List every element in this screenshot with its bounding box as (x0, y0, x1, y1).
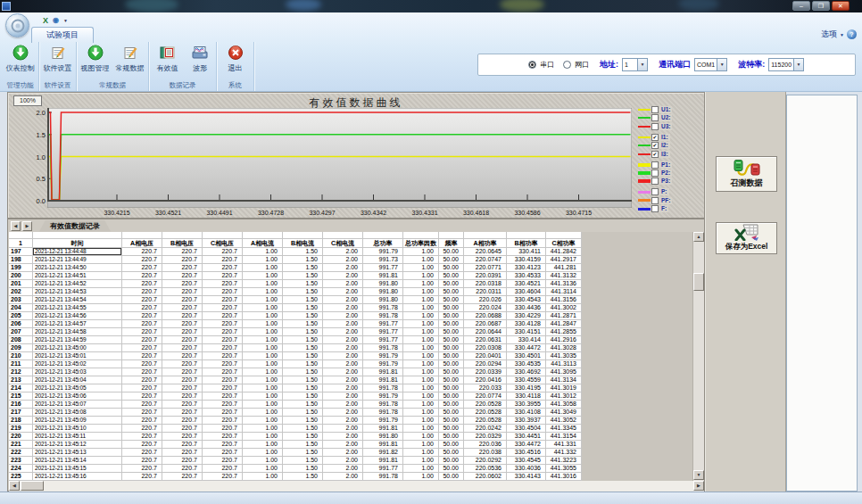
regular-data-button[interactable]: 常规数据 (112, 44, 147, 73)
table-row[interactable]: 2192021-12-21 13:45:10220.7220.7220.71.0… (9, 425, 582, 433)
chart-zoom-level[interactable]: 100% (13, 95, 42, 106)
legend-checkbox[interactable]: ✔ (651, 134, 659, 141)
data-grid[interactable]: 1时间A相电压B相电压C相电压A相电流B相电流C相电流总功率总功率因数频率A相功… (9, 232, 692, 481)
table-row[interactable]: 2002021-12-21 13:44:51220.7220.7220.71.0… (9, 272, 582, 280)
serial-radio[interactable] (528, 61, 536, 69)
table-row[interactable]: 2122021-12-21 13:45:03220.7220.7220.71.0… (9, 368, 582, 376)
address-select[interactable]: 1 ▼ (622, 58, 648, 71)
legend-checkbox[interactable] (651, 123, 659, 130)
options-label[interactable]: 选项 (821, 29, 837, 40)
baud-select[interactable]: 115200 ▼ (768, 58, 804, 71)
table-row[interactable]: 2102021-12-21 13:45:01220.7220.7220.71.0… (9, 352, 582, 360)
minimize-button[interactable]: – (792, 1, 810, 11)
table-row[interactable]: 2202021-12-21 13:45:11220.7220.7220.71.0… (9, 433, 582, 441)
table-row[interactable]: 2012021-12-21 13:44:52220.7220.7220.71.0… (9, 280, 582, 288)
column-header[interactable]: 频率 (439, 239, 464, 248)
table-row[interactable]: 2152021-12-21 13:45:06220.7220.7220.71.0… (9, 392, 582, 401)
legend-checkbox[interactable] (651, 178, 659, 185)
column-header[interactable]: A相电流 (243, 239, 283, 248)
table-row[interactable]: 2142021-12-21 13:45:05220.7220.7220.71.0… (9, 384, 582, 392)
table-row[interactable]: 1992021-12-21 13:44:50220.7220.7220.71.0… (9, 264, 582, 272)
tab-prev-icon[interactable]: ◀ (11, 221, 21, 231)
table-row[interactable]: 2212021-12-21 13:45:12220.7220.7220.71.0… (9, 441, 582, 449)
help-icon[interactable]: ? (847, 29, 857, 39)
dropdown-arrow-icon[interactable]: ▼ (793, 59, 803, 70)
dropdown-arrow-icon[interactable]: ▼ (717, 59, 726, 70)
table-row[interactable]: 2082021-12-21 13:44:59220.7220.7220.71.0… (9, 336, 582, 344)
qat-caret-icon[interactable]: ▼ (63, 18, 68, 23)
table-row[interactable]: 2112021-12-21 13:45:02220.7220.7220.71.0… (9, 360, 582, 368)
table-row[interactable]: 2162021-12-21 13:45:07220.7220.7220.71.0… (9, 401, 582, 409)
exit-button[interactable]: 退出 (218, 44, 253, 73)
column-header[interactable]: B相电压 (162, 239, 203, 248)
legend-checkbox[interactable] (651, 114, 659, 121)
tab-test-project[interactable]: 试验项目 (31, 27, 94, 43)
waveform-button[interactable]: 波形 (185, 44, 215, 73)
dropdown-arrow-icon[interactable]: ▼ (637, 59, 647, 70)
table-row[interactable]: 2042021-12-21 13:44:55220.7220.7220.71.0… (9, 304, 582, 312)
table-row[interactable]: 2022021-12-21 13:44:53220.7220.7220.71.0… (9, 288, 582, 296)
chart-plot-area[interactable] (47, 108, 632, 208)
scroll-up-icon[interactable]: ▲ (693, 232, 704, 242)
table-row[interactable]: 2222021-12-21 13:45:13220.7220.7220.71.0… (9, 449, 582, 457)
ribbon-options[interactable]: 选项 ▼ ? (821, 29, 857, 40)
column-header[interactable]: A相功率 (464, 239, 507, 248)
table-row[interactable]: 2072021-12-21 13:44:58220.7220.7220.71.0… (9, 328, 582, 336)
table-row[interactable]: 2172021-12-21 13:45:08220.7220.7220.71.0… (9, 409, 582, 417)
column-header[interactable]: C相功率 (546, 239, 582, 248)
column-header[interactable]: 总功率 (363, 239, 403, 248)
tab-rms-data-record[interactable]: 有效值数据记录 (39, 220, 111, 232)
legend-checkbox[interactable] (651, 188, 659, 195)
legend-checkbox[interactable]: ✔ (651, 151, 659, 158)
legend-checkbox[interactable] (651, 106, 659, 113)
scroll-down-icon[interactable]: ▼ (693, 470, 704, 480)
app-quick-icon[interactable]: ◉ (53, 16, 59, 25)
column-header[interactable]: 1 (9, 239, 33, 248)
column-header[interactable]: B相电流 (283, 239, 323, 248)
table-row[interactable]: 2252021-12-21 13:45:16220.7220.7220.71.0… (9, 473, 582, 481)
port-select[interactable]: COM1 ▼ (694, 58, 727, 71)
chart-legend: U1:U2:U3:✔I1:✔I2:✔I3:P1:P2:P3:P:PF:F: (638, 106, 704, 214)
column-header[interactable]: C相电流 (323, 239, 363, 248)
excel-quick-icon[interactable]: X (43, 16, 48, 25)
horizontal-scrollbar[interactable]: ◀ ▶ (9, 481, 704, 492)
scroll-left-icon[interactable]: ◀ (9, 481, 20, 491)
save-excel-button[interactable]: 保存为Excel (716, 222, 777, 254)
column-header[interactable]: C相电压 (203, 239, 243, 248)
software-settings-button[interactable]: 软件设置 (40, 44, 75, 73)
application-orb-button[interactable] (5, 13, 29, 37)
table-row[interactable]: 1982021-12-21 13:44:49220.7220.7220.71.0… (9, 256, 582, 264)
table-cell: 991.80 (363, 433, 403, 441)
table-row[interactable]: 2182021-12-21 13:45:09220.7220.7220.71.0… (9, 417, 582, 425)
column-header[interactable]: A相电压 (122, 239, 162, 248)
table-row[interactable]: 2092021-12-21 13:45:00220.7220.7220.71.0… (9, 344, 582, 352)
vertical-scrollbar[interactable]: ▲ ▼ (692, 232, 704, 481)
hscroll-thumb[interactable] (21, 481, 44, 491)
legend-checkbox[interactable] (651, 169, 659, 177)
maximize-button[interactable]: ❐ (812, 1, 830, 11)
table-cell: 220.7 (122, 376, 162, 384)
table-row[interactable]: 2242021-12-21 13:45:15220.7220.7220.71.0… (9, 465, 582, 473)
column-header[interactable]: B相功率 (507, 239, 546, 248)
column-header[interactable]: 总功率因数 (403, 239, 439, 248)
rms-value-button[interactable]: 有效值 (150, 44, 185, 73)
view-management-button[interactable]: 视图管理 (78, 44, 112, 73)
table-row[interactable]: 2052021-12-21 13:44:56220.7220.7220.71.0… (9, 312, 582, 320)
table-row[interactable]: 2062021-12-21 13:44:57220.7220.7220.71.0… (9, 320, 582, 328)
column-header[interactable]: 时间 (33, 239, 122, 248)
tab-next-icon[interactable]: ▶ (22, 221, 32, 231)
table-row[interactable]: 2032021-12-21 13:44:54220.7220.7220.71.0… (9, 296, 582, 304)
legend-checkbox[interactable] (651, 197, 659, 204)
instrument-control-button[interactable]: 仪表控制 (3, 44, 37, 73)
table-row[interactable]: 2132021-12-21 13:45:04220.7220.7220.71.0… (9, 376, 582, 384)
legend-checkbox[interactable] (651, 205, 659, 212)
legend-checkbox[interactable] (651, 161, 659, 169)
vscroll-thumb[interactable] (693, 273, 704, 291)
scroll-right-icon[interactable]: ▶ (693, 481, 704, 491)
legend-checkbox[interactable]: ✔ (651, 142, 659, 149)
fetch-data-button[interactable]: 召测数据 (716, 156, 777, 192)
table-row[interactable]: 1972021-12-21 13:44:48220.7220.7220.71.0… (9, 248, 582, 256)
table-row[interactable]: 2232021-12-21 13:45:14220.7220.7220.71.0… (9, 457, 582, 465)
close-button[interactable]: ✕ (832, 1, 850, 11)
network-radio[interactable] (563, 61, 571, 69)
